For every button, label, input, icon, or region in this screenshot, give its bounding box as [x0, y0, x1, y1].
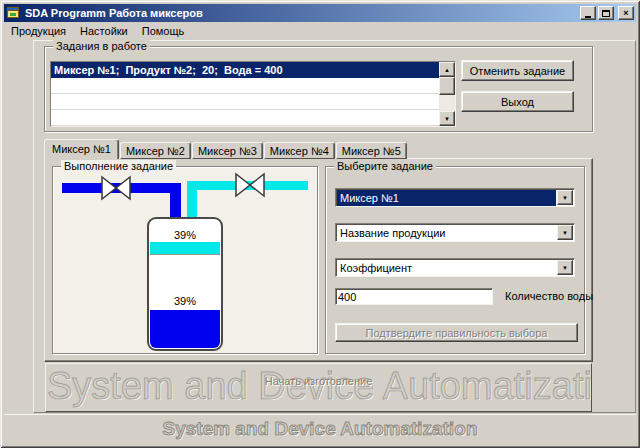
water-amount-input[interactable] — [335, 288, 493, 305]
app-window: SDA Programm Работа миксеров × Продукция… — [0, 0, 640, 448]
execution-groupbox: Выполнение задание — [52, 166, 318, 354]
product-combo-value: Название продукции — [337, 225, 556, 241]
mixer-combo-dropdown-button[interactable]: ▼ — [557, 190, 573, 205]
footer-text: System and Device Automatization — [163, 418, 478, 440]
selection-group-title: Выберите задание — [334, 160, 436, 173]
title-bar: SDA Programm Работа миксеров × — [4, 4, 636, 22]
scroll-up-button[interactable]: ▲ — [439, 62, 455, 77]
coefficient-combo[interactable]: Коэффициент ▼ — [335, 258, 575, 277]
tank-cyan-band — [150, 242, 220, 254]
menu-bar: Продукция Настойки Помощь — [4, 23, 636, 39]
tank-level-line — [150, 254, 220, 255]
scroll-up-icon: ▲ — [444, 67, 450, 73]
footer-bar: System and Device Automatization — [4, 414, 636, 443]
coefficient-combo-dropdown-button[interactable]: ▼ — [557, 260, 573, 275]
close-button[interactable]: × — [618, 6, 634, 20]
confirm-selection-button[interactable]: Подтвердите правильность выбора — [335, 323, 578, 342]
tasks-groupbox: Задания в работе Миксер №1; Продукт №2; … — [44, 46, 593, 132]
tank-lower-level-label: 39% — [174, 295, 196, 307]
task-row-empty — [51, 110, 439, 126]
tasks-list: Миксер №1; Продукт №2; 20; Вода = 400 ▲ … — [50, 61, 456, 127]
start-panel: System and Device Automatization Начать … — [45, 363, 592, 412]
cancel-task-button[interactable]: Отменить задание — [461, 60, 574, 81]
tasks-list-rows: Миксер №1; Продукт №2; 20; Вода = 400 — [51, 62, 439, 126]
start-production-button[interactable]: Начать изготовление — [265, 375, 373, 387]
tab-mixer-1[interactable]: Миксер №1 — [44, 139, 119, 159]
minimize-button[interactable] — [580, 6, 596, 20]
mixer-diagram: 39% 39% — [53, 167, 317, 353]
scroll-track[interactable] — [439, 95, 455, 111]
water-amount-label: Количество воды — [505, 290, 593, 302]
cyan-pipe-vertical — [187, 181, 197, 220]
tab-mixer-3[interactable]: Миксер №3 — [192, 142, 263, 159]
coefficient-combo-value: Коэффициент — [337, 260, 556, 276]
exit-button[interactable]: Выход — [461, 91, 574, 112]
valve-icon-blue — [102, 177, 130, 199]
dropdown-icon: ▼ — [562, 230, 568, 236]
menu-item-settings[interactable]: Настойки — [73, 24, 135, 38]
dropdown-icon: ▼ — [562, 195, 568, 201]
blue-pipe-vertical — [170, 183, 181, 220]
tank-blue-fill — [150, 310, 220, 348]
task-row-empty — [51, 78, 439, 94]
maximize-button[interactable] — [598, 6, 614, 20]
menu-item-help[interactable]: Помощь — [135, 24, 192, 38]
scroll-thumb[interactable] — [439, 77, 455, 95]
mixer-combo-value: Миксер №1 — [337, 190, 556, 206]
close-icon: × — [623, 8, 628, 18]
valve-icon-cyan — [236, 174, 264, 196]
tab-mixer-2[interactable]: Миксер №2 — [120, 142, 191, 159]
window-title: SDA Programm Работа миксеров — [25, 7, 578, 19]
task-row-empty — [51, 94, 439, 110]
mixer-combo[interactable]: Миксер №1 ▼ — [335, 188, 575, 207]
app-icon — [7, 6, 21, 20]
tasks-list-scrollbar[interactable]: ▲ ▼ — [439, 62, 455, 126]
dropdown-icon: ▼ — [562, 265, 568, 271]
mixer-tabs: Миксер №1 Миксер №2 Миксер №3 Миксер №4 … — [44, 139, 408, 159]
selection-groupbox: Выберите задание Миксер №1 ▼ Название пр… — [325, 166, 585, 354]
menu-item-products[interactable]: Продукция — [4, 24, 73, 38]
product-combo-dropdown-button[interactable]: ▼ — [557, 225, 573, 240]
tab-mixer-4[interactable]: Миксер №4 — [264, 142, 335, 159]
scroll-down-icon: ▼ — [444, 116, 450, 122]
tab-mixer-5[interactable]: Миксер №5 — [336, 142, 407, 159]
tank-upper-level-label: 39% — [174, 229, 196, 241]
maximize-icon — [602, 10, 610, 17]
task-row-selected[interactable]: Миксер №1; Продукт №2; 20; Вода = 400 — [51, 62, 439, 78]
product-combo[interactable]: Название продукции ▼ — [335, 223, 575, 242]
scroll-down-button[interactable]: ▼ — [439, 111, 455, 126]
tasks-group-title: Задания в работе — [53, 40, 150, 53]
minimize-icon — [585, 16, 591, 18]
